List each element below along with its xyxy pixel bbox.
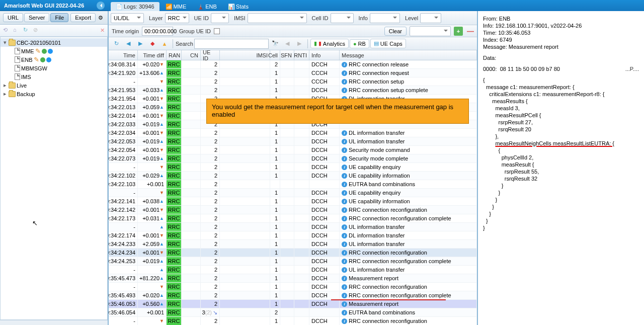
stop-icon[interactable]: ⊘	[33, 27, 41, 35]
settings-icon[interactable]: ⚙	[97, 13, 105, 23]
time-origin-label: Time origin	[111, 28, 139, 34]
level-label: Level	[402, 15, 418, 21]
detail-panel: From: ENB Info: 192.168.100.17:9001, v20…	[478, 11, 644, 325]
table-row[interactable]: 10:35:46.054+0.001 RRC3 (2)↘2iEUTRA band…	[109, 308, 477, 317]
close-icon[interactable]: ✕	[100, 27, 105, 34]
search-input[interactable]	[194, 39, 269, 49]
table-row[interactable]: 10:34:22.102+0.029 ▲RRC21DCCHiUE capabil…	[109, 172, 477, 180]
table-row[interactable]: 10:34:22.054+0.001 ▼RRC21DCCHiSecurity m…	[109, 146, 477, 154]
tab-3[interactable]: 📊Stats	[223, 2, 254, 11]
tree-item-4[interactable]: IMS	[1, 72, 107, 81]
remove-button[interactable]: —	[466, 27, 475, 36]
nav-back-icon[interactable]: ⟲	[3, 27, 11, 35]
tree-item-6[interactable]: ▸ Backup	[1, 90, 107, 98]
ueid-label: UE ID	[191, 15, 209, 21]
table-row[interactable]: - ▼RRC21DCCHiUE capability enquiry	[109, 189, 477, 197]
col-msg[interactable]: Message	[340, 50, 477, 60]
grid-toolbar: ↻ ◀ ▶ ◆ ▲ Search 🔭 ◀ ▶ ▮▮Analytics ●RB ▤…	[109, 37, 477, 50]
tree-item-0[interactable]: ▾ CBC-2021050101	[1, 38, 107, 47]
rb-button[interactable]: ●RB	[350, 39, 369, 48]
table-row[interactable]: 10:34:22.173+0.031 ▲RRC21DCCHiRRC connec…	[109, 214, 477, 223]
refresh-icon[interactable]: ↻	[111, 39, 122, 49]
tree-item-1[interactable]: MME ✎	[1, 47, 107, 55]
clear-button[interactable]: Clear	[384, 27, 407, 36]
tab-0[interactable]: 📄Logs: 30946	[111, 2, 159, 11]
table-row[interactable]: 10:35:45.493+0.020 ▲RRC21DCCHiRRC connec…	[109, 291, 477, 300]
table-row[interactable]: 10:34:24.234+0.001 ▼RRC21DCCHiRRC connec…	[109, 249, 477, 257]
col-time[interactable]: Time	[109, 50, 138, 60]
col-cn[interactable]: CN	[182, 50, 201, 60]
sidebar-scrollbar[interactable]	[0, 320, 108, 325]
prev-icon[interactable]: ◀	[123, 39, 134, 49]
table-row[interactable]: - ▼RRC21CCCHiRRC connection setup	[109, 77, 477, 86]
col-imsi[interactable]: IMSI	[220, 50, 270, 60]
next-icon[interactable]: ▶	[135, 39, 146, 49]
table-row[interactable]: - ▲RRC21DCCHiUL information transfer	[109, 266, 477, 274]
nav-home-icon[interactable]: ⌂	[13, 27, 21, 35]
col-rnti[interactable]: RNTI	[294, 50, 309, 60]
col-info[interactable]: Info	[309, 50, 340, 60]
tab-2[interactable]: 🗼ENB	[192, 2, 222, 11]
top-tabs: 📄Logs: 30946📶MME🗼ENB📊Stats	[109, 0, 644, 11]
info-label: Info	[356, 15, 368, 21]
table-row[interactable]: 10:34:21.920+13.606 ▲RRC21CCCHiRRC conne…	[109, 69, 477, 77]
origin-bar: Time origin 00:00:00.000 Group UE ID Cle…	[109, 25, 477, 37]
refresh-icon[interactable]: ↻	[23, 27, 31, 35]
tree-item-2[interactable]: ENB ✎	[1, 55, 107, 64]
imsi-combo[interactable]	[248, 13, 307, 23]
table-row[interactable]: 10:34:22.174+0.001 ▼RRC21DCCHiDL informa…	[109, 231, 477, 240]
table-row[interactable]: - ▼RRC21DCCHiRRC connection reconfigurat…	[109, 317, 477, 325]
table-row[interactable]: 10:35:46.053+0.560 ▲RRC21DCCHiMeasuremen…	[109, 300, 477, 308]
tree-item-5[interactable]: ▸ Live	[1, 81, 107, 90]
table-row[interactable]: - ▼RRC21DCCHiUE capability enquiry	[109, 163, 477, 172]
cellid-label: Cell ID	[309, 15, 329, 21]
col-ran[interactable]: RAN	[167, 50, 182, 60]
col-sfn[interactable]: SFN	[280, 50, 294, 60]
warn-icon[interactable]: ▲	[159, 39, 170, 49]
clear-combo[interactable]	[410, 26, 451, 36]
cellid-combo[interactable]	[331, 13, 354, 23]
table-row[interactable]: - ▲RRC21DCCHiUL information transfer	[109, 223, 477, 231]
server-button[interactable]: Server	[24, 13, 49, 22]
table-row[interactable]: 10:34:21.953+0.033 ▲RRC21DCCHiRRC connec…	[109, 86, 477, 95]
binoculars-icon[interactable]: 🔭	[270, 39, 281, 49]
add-button[interactable]: +	[454, 27, 463, 36]
table-row[interactable]: 10:34:24.253+0.019 ▲RRC21DCCHiRRC connec…	[109, 257, 477, 266]
file-button[interactable]: File	[50, 13, 68, 22]
search-label: Search	[176, 41, 193, 47]
error-icon[interactable]: ◆	[147, 39, 158, 49]
grid-header: Time Time diff RAN CN UE ID IMSI Cell SF…	[109, 50, 477, 60]
col-cell[interactable]: Cell	[270, 50, 280, 60]
table-row[interactable]: 10:34:22.053+0.019 ▲RRC21DCCHiUL informa…	[109, 137, 477, 146]
ueid-combo[interactable]	[211, 13, 229, 23]
group-ueid-checkbox[interactable]	[214, 28, 220, 34]
table-row[interactable]: 10:34:22.034+0.001 ▼RRC21DCCHiDL informa…	[109, 129, 477, 137]
table-row[interactable]: 10:34:08.314+0.020 ▼RRC22DCCHiRRC connec…	[109, 60, 477, 69]
app-title: Amarisoft Web GUI 2022-04-26	[4, 3, 84, 9]
export-button[interactable]: Export	[70, 13, 96, 22]
table-row[interactable]: 10:34:22.142+0.001 ▼RRC21DCCHiRRC connec…	[109, 206, 477, 214]
uecaps-button[interactable]: ▤UE Caps	[370, 39, 406, 48]
layer-combo[interactable]: RRC	[165, 13, 189, 23]
table-row[interactable]: 10:35:45.473+81.220 ▲RRC21DCCHiMeasureme…	[109, 274, 477, 283]
uldl-combo[interactable]: UL/DL	[111, 13, 144, 23]
table-row[interactable]: 10:34:22.073+0.019 ▲RRC21DCCHiSecurity m…	[109, 154, 477, 163]
table-row[interactable]: 10:34:22.141+0.038 ▲RRC21DCCHiUE capabil…	[109, 197, 477, 206]
tree-item-3[interactable]: MBMSGW	[1, 64, 107, 72]
table-row[interactable]: 10:34:22.103+0.001 RRC2iEUTRA band combi…	[109, 180, 477, 189]
time-origin-input[interactable]: 00:00:00.000	[142, 27, 173, 36]
col-diff[interactable]: Time diff	[138, 50, 167, 60]
col-ueid[interactable]: UE ID	[201, 50, 220, 60]
info-combo[interactable]	[370, 13, 400, 23]
sidebar-collapse-button[interactable]	[97, 2, 105, 10]
table-row[interactable]: - ▼RRC21DCCHiRRC connection reconfigurat…	[109, 283, 477, 291]
sidebar: URL Server File Export ⚙ ⟲ ⌂ ↻ ⊘ ✕ ▾ CBC…	[0, 11, 109, 325]
search-next-icon[interactable]: ▶	[294, 39, 305, 49]
table-row[interactable]: 10:34:24.233+2.059 ▲RRC21DCCHiUL informa…	[109, 240, 477, 249]
imsi-label: IMSI	[231, 15, 246, 21]
level-combo[interactable]	[420, 13, 441, 23]
url-button[interactable]: URL	[3, 13, 23, 22]
search-prev-icon[interactable]: ◀	[282, 39, 293, 49]
tab-1[interactable]: 📶MME	[160, 2, 192, 11]
analytics-button[interactable]: ▮▮Analytics	[310, 39, 349, 48]
